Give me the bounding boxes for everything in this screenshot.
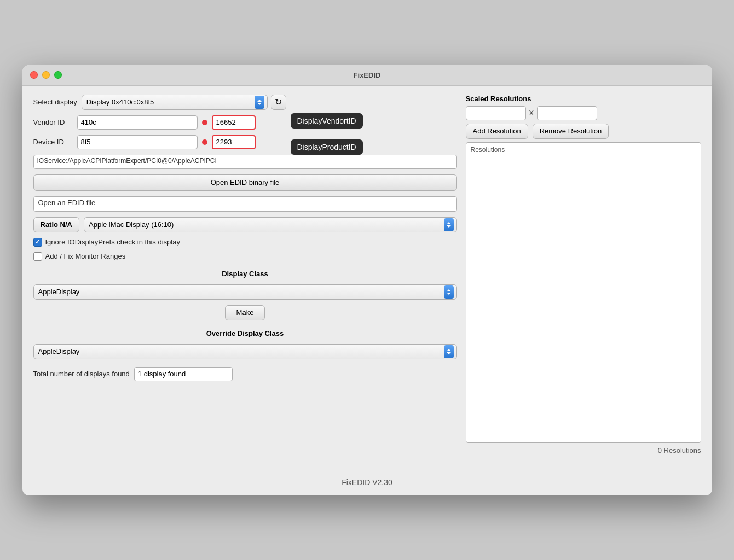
total-displays-label: Total number of displays found [33,370,130,378]
device-id-row: Device ID [33,135,457,149]
refresh-button[interactable]: ↻ [271,95,286,110]
resolutions-count: 0 Resolutions [466,446,701,454]
left-panel: Select display Display 0x410c:0x8f5 [33,95,457,454]
path-field: IOService:/AppleACPIPlatformExpert/PCI0@… [33,155,457,169]
vendor-hex-input[interactable] [77,115,198,130]
override-title: Override Display Class [33,329,457,337]
display-type-select-wrapper: Apple iMac Display (16:10) [84,217,457,232]
displays-found-row: Total number of displays found [33,367,457,381]
res-width-input[interactable] [466,106,526,120]
ignore-label: Ignore IODisplayPrefs check in this disp… [45,238,180,246]
display-select-wrapper: Display 0x410c:0x8f5 ↻ [82,95,286,110]
ignore-checkbox[interactable] [33,238,42,247]
scaled-res-title: Scaled Resolutions [466,95,531,103]
minimize-button[interactable] [42,71,50,79]
display-class-select[interactable]: AppleDisplay [33,284,457,300]
monitor-checkbox-row: Add / Fix Monitor Ranges [33,252,457,261]
display-type-select[interactable]: Apple iMac Display (16:10) [84,217,457,232]
override-select[interactable]: AppleDisplay [33,344,457,359]
resolution-input-row: X [466,106,701,120]
display-class-select-wrapper: AppleDisplay [33,284,457,300]
override-select-wrapper: AppleDisplay [33,344,457,359]
remove-resolution-button[interactable]: Remove Resolution [533,124,609,139]
monitor-label: Add / Fix Monitor Ranges [45,252,126,260]
main-content: Select display Display 0x410c:0x8f5 [22,86,712,465]
device-dec-input[interactable] [212,135,256,149]
maximize-button[interactable] [54,71,62,79]
select-display-row: Select display Display 0x410c:0x8f5 [33,95,457,110]
ratio-row: Ratio N/A Apple iMac Display (16:10) [33,217,457,232]
displays-found-input [134,367,233,381]
main-window: FixEDID Select display Display 0x410c:0x… [22,65,712,495]
right-panel-inner: Scaled Resolutions X Add Resolution Remo… [466,95,701,454]
display-class-title: Display Class [33,270,457,278]
resolution-buttons: Add Resolution Remove Resolution [466,124,701,139]
close-button[interactable] [30,71,38,79]
titlebar: FixEDID [22,65,712,86]
traffic-lights [30,71,62,79]
vendor-id-row: Vendor ID [33,115,457,130]
device-id-label: Device ID [33,138,73,146]
vendor-red-dot [202,120,207,125]
vendor-id-label: Vendor ID [33,118,73,126]
device-hex-input[interactable] [77,135,198,149]
display-select-container: Display 0x410c:0x8f5 [82,95,268,110]
path-row: IOService:/AppleACPIPlatformExpert/PCI0@… [33,155,457,169]
display-select[interactable]: Display 0x410c:0x8f5 [82,95,268,110]
ratio-button[interactable]: Ratio N/A [33,217,80,232]
footer: FixEDID V2.30 [22,471,712,495]
device-red-dot [202,139,207,145]
resolutions-label: Resolutions [469,145,698,155]
scaled-res-header: Scaled Resolutions [466,95,701,103]
resolutions-box: Resolutions [466,142,701,443]
edid-file-field: Open an EDID file [33,196,457,212]
vendor-dec-input[interactable] [212,115,256,130]
select-display-label: Select display [33,98,77,106]
x-separator: X [529,109,534,117]
res-height-input[interactable] [537,106,597,120]
version-text: FixEDID V2.30 [342,478,392,487]
window-title: FixEDID [354,71,381,79]
make-button[interactable]: Make [225,305,265,320]
right-panel: Scaled Resolutions X Add Resolution Remo… [466,95,701,454]
make-btn-container: Make [33,305,457,320]
add-resolution-button[interactable]: Add Resolution [466,124,528,139]
ignore-checkbox-row: Ignore IODisplayPrefs check in this disp… [33,238,457,247]
monitor-checkbox[interactable] [33,252,42,261]
open-edid-binary-button[interactable]: Open EDID binary file [33,174,457,191]
